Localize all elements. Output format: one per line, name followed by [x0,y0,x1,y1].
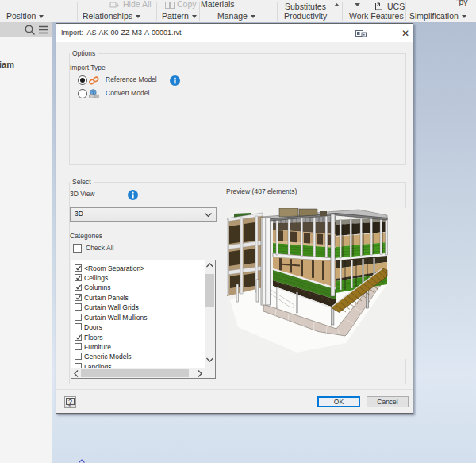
svg-text:?: ? [68,398,72,406]
